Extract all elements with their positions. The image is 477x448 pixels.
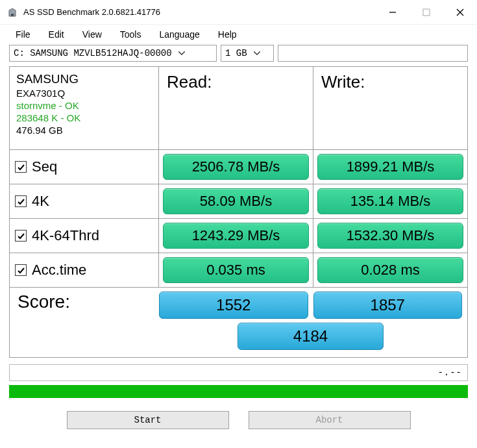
menu-file[interactable]: File — [6, 27, 40, 42]
chevron-down-icon — [250, 51, 264, 55]
4k-label-text: 4K — [32, 193, 49, 210]
seq-checkbox[interactable] — [15, 161, 27, 173]
drive-select[interactable]: C: SAMSUNG MZVLB512HAJQ-00000 — [9, 45, 217, 62]
alignment-status: 283648 K - OK — [16, 112, 152, 123]
acc-write-value: 0.028 ms — [317, 257, 463, 283]
row-4k-label: 4K — [10, 184, 159, 219]
menubar: File Edit View Tools Language Help — [0, 25, 477, 44]
4k64-label-text: 4K-64Thrd — [32, 227, 99, 244]
seq-label-text: Seq — [32, 158, 57, 175]
write-header: Write: — [313, 67, 468, 150]
4k-read-value: 58.09 MB/s — [163, 188, 309, 214]
acc-checkbox[interactable] — [15, 264, 27, 276]
menu-tools[interactable]: Tools — [111, 27, 151, 42]
start-button[interactable]: Start — [67, 411, 229, 429]
size-select-value: 1 GB — [225, 48, 247, 58]
score-write: 1857 — [313, 292, 463, 319]
acc-label-text: Acc.time — [32, 262, 86, 279]
4k64-read-cell: 1243.29 MB/s — [159, 219, 313, 253]
controls-row: C: SAMSUNG MZVLB512HAJQ-00000 1 GB — [0, 44, 477, 66]
4k64-checkbox[interactable] — [15, 230, 27, 242]
read-header: Read: — [159, 67, 313, 150]
abort-button: Abort — [249, 411, 411, 429]
close-button[interactable] — [443, 0, 477, 25]
score-row: Score: 1552 1857 4184 — [10, 288, 468, 358]
menu-language[interactable]: Language — [150, 27, 208, 42]
window-title: AS SSD Benchmark 2.0.6821.41776 — [23, 7, 160, 17]
menu-edit[interactable]: Edit — [40, 27, 73, 42]
bench-status-text: -.-- — [437, 367, 462, 378]
svg-rect-2 — [423, 9, 430, 16]
filter-input[interactable] — [278, 45, 468, 62]
seq-write-value: 1899.21 MB/s — [317, 154, 463, 180]
start-button-label: Start — [134, 415, 161, 425]
titlebar: AS SSD Benchmark 2.0.6821.41776 — [0, 0, 477, 25]
results-grid: SAMSUNG EXA7301Q stornvme - OK 283648 K … — [9, 66, 468, 358]
4k64-write-value: 1532.30 MB/s — [317, 223, 463, 249]
score-read: 1552 — [159, 292, 308, 319]
maximize-button[interactable] — [410, 0, 443, 25]
acc-read-value: 0.035 ms — [163, 257, 309, 283]
bench-status-box: -.-- — [9, 364, 468, 381]
4k-write-cell: 135.14 MB/s — [313, 184, 468, 219]
content-area: SAMSUNG EXA7301Q stornvme - OK 283648 K … — [0, 66, 477, 429]
4k64-read-value: 1243.29 MB/s — [163, 223, 309, 249]
menu-view[interactable]: View — [73, 27, 111, 42]
row-seq-label: Seq — [10, 150, 159, 184]
ssd-firmware: EXA7301Q — [16, 88, 152, 99]
driver-status: stornvme - OK — [16, 100, 152, 111]
ssd-model: SAMSUNG — [16, 72, 152, 86]
4k-checkbox[interactable] — [15, 195, 27, 207]
acc-read-cell: 0.035 ms — [159, 253, 313, 288]
seq-write-cell: 1899.21 MB/s — [313, 150, 468, 184]
acc-write-cell: 0.028 ms — [313, 253, 468, 288]
button-row: Start Abort — [9, 411, 468, 429]
minimize-button[interactable] — [376, 0, 410, 25]
size-select[interactable]: 1 GB — [221, 45, 274, 62]
drive-info-cell: SAMSUNG EXA7301Q stornvme - OK 283648 K … — [10, 67, 159, 150]
seq-read-cell: 2506.78 MB/s — [159, 150, 313, 184]
drive-capacity: 476.94 GB — [16, 125, 152, 136]
row-4k64-label: 4K-64Thrd — [10, 219, 159, 253]
menu-help[interactable]: Help — [209, 27, 246, 42]
chevron-down-icon — [175, 51, 189, 55]
score-total: 4184 — [238, 323, 383, 350]
app-icon — [6, 6, 18, 18]
4k-write-value: 135.14 MB/s — [317, 188, 463, 214]
drive-select-value: C: SAMSUNG MZVLB512HAJQ-00000 — [14, 48, 172, 58]
progress-bar — [9, 385, 468, 398]
app-window: AS SSD Benchmark 2.0.6821.41776 File Edi… — [0, 0, 477, 448]
abort-button-label: Abort — [315, 415, 343, 425]
4k-read-cell: 58.09 MB/s — [159, 184, 313, 219]
4k64-write-cell: 1532.30 MB/s — [313, 219, 468, 253]
row-acc-label: Acc.time — [10, 253, 159, 288]
svg-rect-0 — [11, 14, 14, 16]
seq-read-value: 2506.78 MB/s — [163, 154, 309, 180]
